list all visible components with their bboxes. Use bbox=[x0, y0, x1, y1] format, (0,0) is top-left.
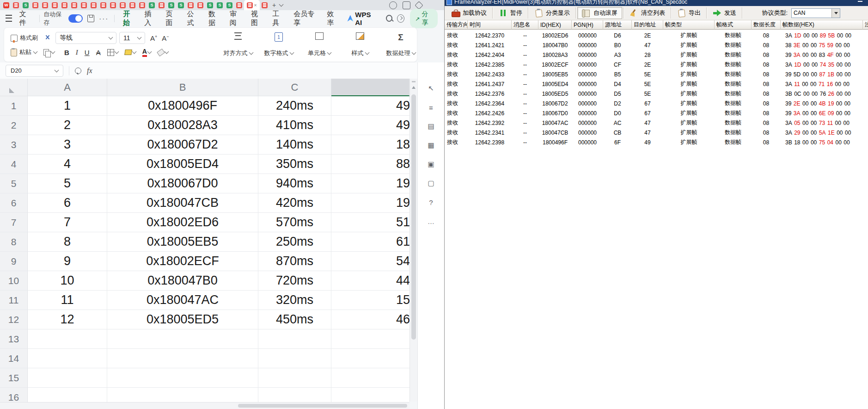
select-all-corner[interactable] bbox=[0, 79, 28, 96]
borders-button[interactable] bbox=[107, 49, 118, 56]
font-family-select[interactable]: 等线 bbox=[55, 32, 116, 44]
cell-b9[interactable]: 0x18002ECF bbox=[107, 252, 258, 271]
row-header[interactable]: 11 bbox=[0, 291, 28, 310]
horizontal-scroll-thumb[interactable] bbox=[238, 404, 407, 408]
bold-button[interactable]: B bbox=[64, 49, 69, 56]
frame-column-header-id[interactable]: ID(HEX) bbox=[538, 20, 572, 30]
document-tab[interactable] bbox=[11, 0, 21, 10]
frame-row-7[interactable]: 接收12642.2364--180067D2000000D267扩展帧数据帧08… bbox=[445, 99, 868, 108]
cell-a6[interactable]: 6 bbox=[28, 193, 107, 213]
cell-b13[interactable] bbox=[107, 329, 258, 349]
cell-a1[interactable]: 1 bbox=[28, 96, 107, 116]
cell-d5[interactable]: 19 bbox=[331, 174, 410, 193]
cell-b2[interactable]: 0x180028A3 bbox=[107, 116, 258, 135]
cell-d4[interactable]: 88 bbox=[331, 155, 410, 174]
frame-row-11[interactable]: 接收12642.2398--1800496F0000006F49扩展帧数据帧08… bbox=[445, 137, 868, 147]
more-icon[interactable]: … bbox=[427, 217, 436, 226]
cell-b15[interactable] bbox=[107, 368, 258, 388]
cell-d14[interactable] bbox=[331, 349, 410, 368]
row-header[interactable]: 3 bbox=[0, 135, 28, 155]
ribbon-group-cells[interactable]: 单元格 bbox=[299, 31, 340, 59]
frame-column-header-len[interactable]: 数据长度 bbox=[752, 20, 781, 30]
formula-input[interactable] bbox=[98, 62, 430, 79]
cell-d3[interactable]: 18 bbox=[331, 135, 410, 155]
save-icon[interactable] bbox=[87, 15, 94, 22]
select-cursor-icon[interactable]: ↖ bbox=[427, 84, 436, 93]
document-tab[interactable] bbox=[40, 0, 50, 10]
frame-column-header-src[interactable]: 源地址 bbox=[603, 20, 632, 30]
cell-b6[interactable]: 0x180047CB bbox=[107, 193, 258, 213]
cells-panel-icon[interactable]: ▦ bbox=[427, 141, 436, 150]
document-tab[interactable] bbox=[89, 0, 98, 10]
row-header[interactable]: 6 bbox=[0, 193, 28, 213]
frame-row-9[interactable]: 接收12642.2392--180047AC000000AC47扩展帧数据帧08… bbox=[445, 118, 868, 128]
toolbar-button-export[interactable]: 导出 bbox=[672, 7, 705, 19]
frame-row-2[interactable]: 接收12642.2404--180028A3000000A328扩展帧数据帧08… bbox=[445, 50, 868, 60]
document-tab[interactable] bbox=[1, 0, 11, 10]
cell-c12[interactable]: 450ms bbox=[258, 310, 331, 329]
help-icon[interactable]: ? bbox=[427, 198, 436, 207]
insert-function-icon[interactable] bbox=[87, 67, 92, 75]
toolbar-button-send[interactable]: 发送 bbox=[708, 7, 741, 19]
document-tab[interactable] bbox=[98, 0, 108, 10]
locate-icon[interactable] bbox=[75, 68, 81, 74]
cell-a5[interactable]: 5 bbox=[28, 174, 107, 193]
cell-c4[interactable]: 350ms bbox=[258, 155, 331, 174]
row-header[interactable]: 14 bbox=[0, 349, 28, 368]
cell-c1[interactable]: 240ms bbox=[258, 96, 331, 116]
cell-d2[interactable]: 49 bbox=[331, 116, 410, 135]
frame-column-header-ftype[interactable]: 帧类型 bbox=[663, 20, 715, 30]
cell-c9[interactable]: 870ms bbox=[258, 252, 331, 271]
cell-a11[interactable]: 11 bbox=[28, 291, 107, 310]
frame-column-header-dir[interactable]: 传输方向 bbox=[445, 20, 468, 30]
strikethrough-button[interactable]: A bbox=[96, 49, 101, 56]
cell-a9[interactable]: 9 bbox=[28, 252, 107, 271]
tools-panel-icon[interactable]: ▣ bbox=[427, 160, 436, 169]
minimize-icon[interactable] bbox=[858, 1, 862, 2]
toolbar-button-pause[interactable]: 暂停 bbox=[494, 7, 527, 19]
column-header-d-selected[interactable] bbox=[331, 79, 410, 96]
frame-row-1[interactable]: 接收12641.2421--180047B0000000B047扩展帧数据帧08… bbox=[445, 40, 868, 50]
cut-icon[interactable] bbox=[44, 35, 51, 41]
column-header-c[interactable]: C bbox=[258, 79, 331, 96]
combobox-dropdown-icon[interactable] bbox=[831, 9, 840, 18]
name-box[interactable]: D20 bbox=[6, 65, 63, 77]
frame-row-8[interactable]: 接收12642.2426--180067D0000000D067扩展帧数据帧08… bbox=[445, 108, 868, 118]
protocol-type-select[interactable]: CAN bbox=[791, 8, 840, 18]
increase-font-button[interactable]: A+ bbox=[150, 34, 157, 42]
search-icon[interactable] bbox=[386, 15, 392, 22]
font-color-button[interactable]: A bbox=[142, 48, 151, 57]
cell-a3[interactable]: 3 bbox=[28, 135, 107, 155]
column-header-a[interactable]: A bbox=[28, 79, 107, 96]
autosave-toggle[interactable] bbox=[68, 14, 83, 23]
frame-row-3[interactable]: 接收12642.2385--18002ECF000000CF2E扩展帧数据帧08… bbox=[445, 60, 868, 69]
wps-ai-button[interactable]: WPS AI bbox=[347, 11, 377, 26]
layout-icon[interactable] bbox=[403, 1, 410, 9]
frame-column-header-ffmt[interactable]: 帧格式 bbox=[715, 20, 752, 30]
tab-list-chevron-icon[interactable] bbox=[279, 2, 284, 7]
toolbar-button-toolbox[interactable]: 加载协议 bbox=[446, 7, 491, 19]
cell-d9[interactable]: 54 bbox=[331, 252, 410, 271]
toolbar-button-broom[interactable]: 清空列表 bbox=[625, 7, 670, 19]
row-header[interactable]: 4 bbox=[0, 155, 28, 174]
cell-c14[interactable] bbox=[258, 349, 331, 368]
cell-b10[interactable]: 0x180047B0 bbox=[107, 271, 258, 291]
document-tab[interactable] bbox=[69, 0, 79, 10]
document-tab[interactable] bbox=[108, 0, 118, 10]
cell-b4[interactable]: 0x18005ED4 bbox=[107, 155, 258, 174]
cell-c5[interactable]: 940ms bbox=[258, 174, 331, 193]
main-menu-icon[interactable] bbox=[6, 15, 12, 22]
row-header[interactable]: 1 bbox=[0, 96, 28, 116]
frame-column-header-time[interactable]: 时间 bbox=[468, 20, 512, 30]
cell-b12[interactable]: 0x18005ED5 bbox=[107, 310, 258, 329]
italic-button[interactable]: I bbox=[76, 49, 78, 56]
ribbon-group-sigma[interactable]: 数据处理 bbox=[380, 31, 421, 59]
frame-row-0[interactable]: 接收12642.2370--18002ED6000000D62E扩展帧数据帧08… bbox=[445, 31, 868, 40]
cell-b8[interactable]: 0x18005EB5 bbox=[107, 232, 258, 252]
cell-d11[interactable]: 15 bbox=[331, 291, 410, 310]
copy-button[interactable] bbox=[43, 49, 55, 56]
row-header[interactable]: 2 bbox=[0, 116, 28, 135]
frame-row-6[interactable]: 接收12642.2376--18005ED5000000D55E扩展帧数据帧08… bbox=[445, 89, 868, 99]
cell-c11[interactable]: 320ms bbox=[258, 291, 331, 310]
cell-a4[interactable]: 4 bbox=[28, 155, 107, 174]
